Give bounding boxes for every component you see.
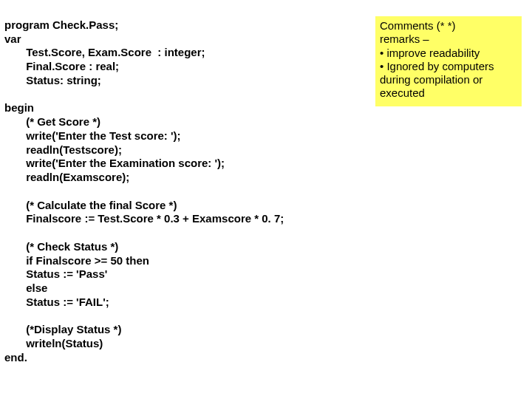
code-line: writeln(Status) [26,337,103,349]
code-line: (* Check Status *) [26,240,118,253]
code-line: Status := 'Pass' [26,267,107,280]
code-line: readln(Testscore); [26,143,122,156]
code-line: if Finalscore >= 50 then [26,254,149,267]
code-line: Test.Score, Exam.Score : integer; [26,46,205,58]
code-line: Status := 'FAIL'; [26,296,109,308]
note-line: • Ignored by computers [380,60,517,73]
note-line: remarks – [380,33,517,46]
code-line: readln(Examscore); [26,171,129,183]
code-line: var [4,33,21,45]
comments-note: Comments (* *) remarks – • improve reada… [375,16,522,106]
code-line: write('Enter the Examination score: '); [26,157,225,169]
note-line: • improve readability [380,47,517,60]
code-line: write('Enter the Test score: '); [26,129,180,142]
code-line: (*Display Status *) [26,323,121,335]
code-line: else [26,282,47,294]
code-line: program Check.Pass; [4,18,118,31]
code-line: (* Calculate the final Score *) [26,199,177,211]
code-block: program Check.Pass; var Test.Score, Exam… [4,4,374,365]
code-line: Status: string; [26,74,101,86]
code-line: begin [4,101,34,114]
note-title: Comments (* *) [380,19,517,33]
note-line: executed [380,86,517,100]
code-line: (* Get Score *) [26,115,100,128]
code-line: end. [4,351,27,364]
code-line: Final.Score : real; [26,60,119,72]
note-line: during compilation or [380,73,517,86]
code-line: Finalscore := Test.Score * 0.3 + Examsco… [26,212,284,225]
